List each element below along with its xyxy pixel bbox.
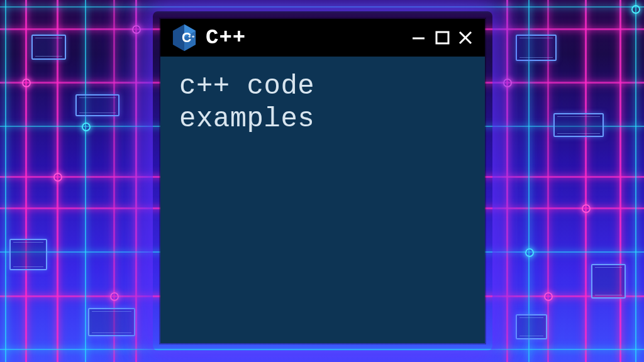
window-content: c++ code examples	[160, 57, 485, 343]
neon-circuit-background: C + + C++	[0, 0, 644, 362]
close-button[interactable]	[457, 30, 474, 46]
minimize-button[interactable]	[411, 29, 428, 47]
svg-text:+: +	[192, 34, 195, 40]
svg-text:+: +	[188, 34, 191, 40]
svg-rect-7	[436, 32, 448, 43]
titlebar[interactable]: C + + C++	[160, 19, 485, 57]
window-controls	[411, 29, 474, 47]
content-text: c++ code examples	[179, 70, 466, 136]
app-window: C + + C++	[160, 19, 485, 343]
window-title: C++	[206, 26, 402, 50]
maximize-button[interactable]	[435, 30, 451, 46]
cpp-logo-icon: C + +	[172, 24, 197, 52]
